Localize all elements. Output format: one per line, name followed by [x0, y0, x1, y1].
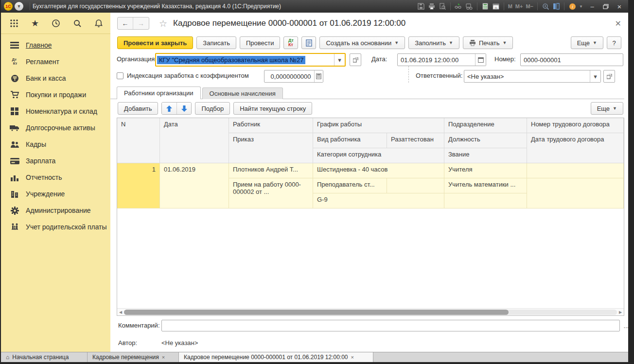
- comment-input[interactable]: [161, 320, 620, 331]
- date-field[interactable]: 01.06.2019 12:00:00: [397, 53, 486, 66]
- col-header-rank[interactable]: Звание: [444, 148, 527, 163]
- cell-decertified[interactable]: [387, 178, 444, 193]
- cell-contract-date[interactable]: [527, 178, 624, 208]
- tab-accruals[interactable]: Основные начисления: [202, 87, 283, 99]
- tab-close-icon[interactable]: ×: [162, 354, 165, 360]
- scroll-left-icon[interactable]: ◀: [117, 310, 124, 314]
- organization-dropdown-icon[interactable]: ▾: [334, 54, 345, 66]
- col-header-department[interactable]: Подразделение: [444, 118, 527, 133]
- col-header-position[interactable]: Должность: [444, 133, 527, 148]
- post-and-close-button[interactable]: Провести и закрыть: [117, 36, 193, 49]
- col-header-category[interactable]: Категория сотрудника: [313, 148, 444, 163]
- cell-position[interactable]: Учитель математики ...: [444, 178, 527, 193]
- split-panels-icon[interactable]: [551, 2, 561, 11]
- col-header-date[interactable]: Дата: [160, 118, 229, 163]
- col-header-n[interactable]: N: [117, 118, 160, 163]
- history-icon[interactable]: [52, 19, 60, 28]
- memory-m-plus-button[interactable]: M+: [514, 3, 525, 9]
- sidebar-item-reglament[interactable]: Дт Кт Регламент: [1, 53, 110, 70]
- cell-n[interactable]: 1: [117, 163, 160, 208]
- cell-contract-number[interactable]: [527, 163, 624, 178]
- col-header-contract-date[interactable]: Дата трудового договора: [527, 133, 624, 163]
- sidebar-item-otchetnost[interactable]: Отчетность: [1, 169, 110, 186]
- calculator-icon[interactable]: [480, 2, 490, 11]
- write-button[interactable]: Записать: [196, 36, 236, 49]
- tab-close-icon[interactable]: ×: [351, 354, 354, 360]
- cell-order[interactable]: Прием на работу 0000-000002 от ...: [229, 178, 313, 208]
- table-row[interactable]: 1 01.06.2019 Плотников Андрей Т... Прием…: [117, 163, 624, 208]
- favorite-star-icon[interactable]: ☆: [159, 18, 167, 29]
- cell-worker[interactable]: Плотников Андрей Т...: [229, 163, 313, 178]
- favorites-star-icon[interactable]: ★: [31, 18, 39, 29]
- notifications-bell-icon[interactable]: [94, 19, 103, 28]
- number-field[interactable]: 0000-000001: [520, 53, 623, 66]
- col-header-worker[interactable]: Работник: [229, 118, 313, 133]
- sidebar-item-glavnoe[interactable]: Главное: [1, 37, 110, 53]
- print-button[interactable]: Печать▼: [463, 36, 513, 49]
- horizontal-scrollbar[interactable]: ◀ ▶: [117, 308, 624, 315]
- move-down-button[interactable]: [176, 103, 191, 114]
- memory-m-button[interactable]: M: [507, 3, 514, 9]
- calendar-icon[interactable]: 31: [491, 2, 501, 11]
- nav-back-button[interactable]: ←: [118, 17, 133, 29]
- more-button[interactable]: Еще▼: [571, 36, 603, 49]
- cell-schedule[interactable]: Шестидневка - 40 часов: [313, 163, 444, 178]
- info-icon[interactable]: i: [567, 2, 577, 11]
- col-header-worker-type[interactable]: Вид работника: [313, 133, 387, 148]
- get-link-icon[interactable]: [454, 2, 463, 11]
- col-header-contract-number[interactable]: Номер трудового договора: [527, 118, 624, 133]
- sidebar-item-dolgosrochnye-aktivy[interactable]: Долгосрочные активы: [1, 120, 110, 136]
- print-preview-icon[interactable]: [438, 2, 447, 11]
- memory-m-minus-button[interactable]: M−: [524, 3, 535, 9]
- cell-department[interactable]: Учителя: [444, 163, 527, 178]
- go-to-link-icon[interactable]: [464, 2, 474, 11]
- cell-date[interactable]: 01.06.2019: [160, 163, 229, 208]
- pick-button[interactable]: Подбор: [195, 102, 230, 115]
- comment-more-button[interactable]: ...: [622, 321, 631, 330]
- search-icon[interactable]: [73, 19, 82, 28]
- indexation-checkbox[interactable]: [117, 72, 123, 79]
- form-close-icon[interactable]: ✕: [615, 19, 621, 28]
- document-register-button[interactable]: [301, 36, 316, 49]
- sidebar-item-nomenklatura-sklad[interactable]: Номенклатура и склад: [1, 103, 110, 120]
- sidebar-item-zarplata[interactable]: Зарплата: [1, 153, 110, 169]
- find-current-row-button[interactable]: Найти текущую строку: [233, 102, 312, 115]
- col-header-order[interactable]: Приказ: [229, 133, 313, 163]
- responsible-dropdown-icon[interactable]: ▾: [590, 70, 600, 82]
- nav-forward-button[interactable]: →: [133, 17, 149, 29]
- save-icon[interactable]: [416, 2, 426, 11]
- zoom-icon[interactable]: [541, 2, 550, 11]
- organization-field[interactable]: КГУ "Средняя общеобразовательная школа №…: [155, 53, 346, 67]
- scrollbar-thumb[interactable]: [124, 310, 509, 315]
- restore-button[interactable]: [600, 2, 612, 11]
- taskbar-tab-document[interactable]: Кадровое перемещение 0000-000001 от 01.0…: [179, 352, 373, 362]
- cell-worker-type[interactable]: Преподаватель ст...: [313, 178, 387, 193]
- move-up-button[interactable]: [162, 103, 176, 114]
- minimize-button[interactable]: –: [586, 2, 598, 11]
- tab-workers[interactable]: Работники организации: [117, 87, 201, 99]
- info-caret-icon[interactable]: ▼: [578, 2, 584, 11]
- responsible-open-icon[interactable]: [603, 70, 615, 83]
- taskbar-tab-list[interactable]: Кадровые перемещения ×: [88, 352, 179, 362]
- organization-open-icon[interactable]: [350, 53, 361, 66]
- col-header-schedule[interactable]: График работы: [313, 118, 444, 133]
- help-button[interactable]: ?: [607, 36, 621, 49]
- create-based-on-button[interactable]: Создать на основании▼: [319, 36, 405, 49]
- calculator-button-icon[interactable]: [314, 70, 323, 82]
- sidebar-item-uchet-roditelskoy-platy[interactable]: Учет родительской платы: [1, 219, 110, 235]
- responsible-field[interactable]: <Не указан> ▾: [464, 70, 601, 83]
- sidebar-item-pokupki-prodazhi[interactable]: Покупки и продажи: [1, 87, 110, 103]
- sidebar-item-uchrezhdenie[interactable]: Учреждение: [1, 186, 110, 202]
- scroll-right-icon[interactable]: ▶: [617, 310, 624, 314]
- fill-button[interactable]: Заполнить▼: [408, 36, 459, 49]
- sidebar-item-bank-kassa[interactable]: Банк и касса: [1, 70, 110, 87]
- apps-grid-icon[interactable]: [10, 19, 18, 28]
- cell-rank[interactable]: [444, 193, 527, 208]
- date-calendar-icon[interactable]: [475, 54, 486, 66]
- post-button[interactable]: Провести: [240, 36, 281, 49]
- add-row-button[interactable]: Добавить: [118, 102, 158, 115]
- col-header-decertified[interactable]: Разаттестован: [387, 133, 444, 148]
- close-button[interactable]: ×: [614, 2, 625, 11]
- print-icon[interactable]: [427, 2, 437, 11]
- dtkt-postings-button[interactable]: ДтКт: [283, 36, 298, 49]
